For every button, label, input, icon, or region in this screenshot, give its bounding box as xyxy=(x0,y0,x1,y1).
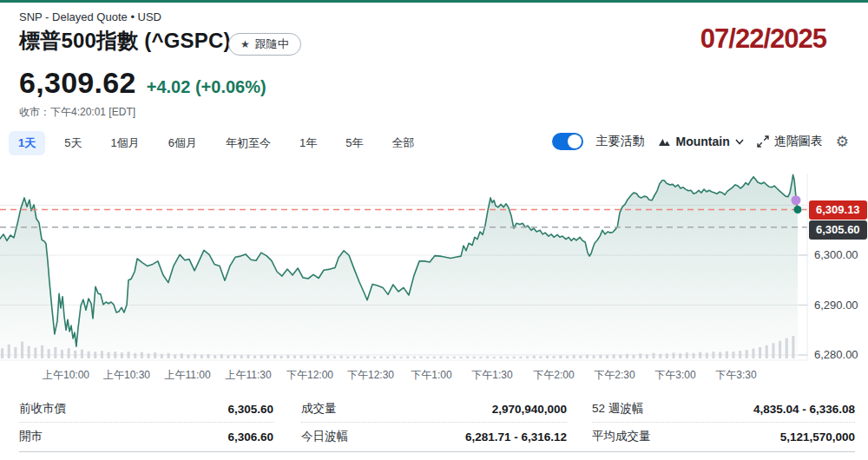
exchange-info: SNP - Delayed Quote • USD xyxy=(19,10,161,23)
chevron-down-icon xyxy=(735,139,744,145)
stat-value: 2,970,940,000 xyxy=(492,403,567,416)
stat-label: 平均成交量 xyxy=(592,429,651,444)
stat-label: 成交量 xyxy=(301,401,337,417)
key-events-toggle[interactable] xyxy=(552,133,583,150)
stats-bottom-divider xyxy=(19,451,855,452)
y-axis-label: 6,300.00 xyxy=(814,248,866,261)
quote-page: SNP - Delayed Quote • USD 標普500指數 (^GSPC… xyxy=(0,0,868,460)
settings-gear-icon[interactable]: ⚙ xyxy=(836,135,849,149)
current-price-badge: 6,309.13 xyxy=(809,200,867,220)
stat-value: 6,305.60 xyxy=(227,403,273,416)
top-accent-bar xyxy=(0,0,868,3)
range-tab-年初至今[interactable]: 年初至今 xyxy=(216,131,280,155)
stat-cell: 52 週波幅4,835.04 - 6,336.08 xyxy=(592,396,855,423)
range-tab-5年[interactable]: 5年 xyxy=(336,131,372,155)
price-row: 6,309.62 +4.02 (+0.06%) xyxy=(19,66,266,100)
x-axis-label: 下午3:30 xyxy=(697,368,775,383)
toggle-knob xyxy=(568,135,582,148)
current-price: 6,309.62 xyxy=(19,66,136,100)
y-axis-label: 6,280.00 xyxy=(814,348,866,361)
range-tabs: 1天5天1個月6個月年初至今1年5年全部 xyxy=(9,131,433,155)
range-tab-全部[interactable]: 全部 xyxy=(382,131,424,155)
stat-label: 今日波幅 xyxy=(301,429,348,444)
market-close-info: 收市：下午4:20:01 [EDT] xyxy=(19,105,135,120)
stat-cell: 成交量2,970,940,000 xyxy=(301,396,567,423)
stat-value: 6,306.60 xyxy=(227,430,273,444)
prev-close-badge: 6,305.60 xyxy=(809,220,867,240)
stat-cell: 開市6,306.60 xyxy=(19,424,273,450)
price-change: +4.02 (+0.06%) xyxy=(147,77,266,97)
date-stamp: 07/22/2025 xyxy=(700,23,826,55)
event-marker-dot[interactable] xyxy=(792,195,801,205)
page-title: 標普500指數 (^GSPC) xyxy=(19,27,231,55)
range-tab-1年[interactable]: 1年 xyxy=(290,131,326,155)
mountain-area-fill xyxy=(0,174,798,358)
follow-label: 跟隨中 xyxy=(255,36,289,52)
range-tab-5天[interactable]: 5天 xyxy=(55,131,91,155)
stat-label: 52 週波幅 xyxy=(592,401,643,417)
stat-cell: 今日波幅6,281.71 - 6,316.12 xyxy=(301,424,567,450)
expand-icon xyxy=(757,135,769,148)
stat-label: 開市 xyxy=(19,429,43,444)
stat-cell: 平均成交量5,121,570,000 xyxy=(592,424,855,450)
stat-value: 5,121,570,000 xyxy=(780,430,855,444)
stat-value: 6,281.71 - 6,316.12 xyxy=(465,430,567,444)
range-tab-1個月[interactable]: 1個月 xyxy=(101,131,148,155)
toggle-label: 主要活動 xyxy=(596,134,645,149)
range-tab-6個月[interactable]: 6個月 xyxy=(159,131,207,155)
stat-cell: 前收市價6,305.60 xyxy=(19,396,273,423)
chart-type-selector[interactable]: Mountain xyxy=(658,135,744,148)
chart-type-label: Mountain xyxy=(676,135,730,148)
y-axis-label: 6,290.00 xyxy=(814,299,866,312)
star-icon: ★ xyxy=(240,39,250,49)
follow-button[interactable]: ★ 跟隨中 xyxy=(228,33,301,56)
mountain-icon xyxy=(658,136,671,147)
chart-controls: 主要活動 Mountain 進階圖表 ⚙ xyxy=(552,130,849,153)
stat-label: 前收市價 xyxy=(19,401,66,417)
advanced-chart-button[interactable]: 進階圖表 xyxy=(757,134,823,149)
range-tab-1天[interactable]: 1天 xyxy=(9,131,45,155)
stat-value: 4,835.04 - 6,336.08 xyxy=(753,403,855,416)
advanced-chart-label: 進階圖表 xyxy=(774,134,823,149)
price-chart[interactable] xyxy=(0,174,868,361)
last-price-dot xyxy=(794,206,802,214)
